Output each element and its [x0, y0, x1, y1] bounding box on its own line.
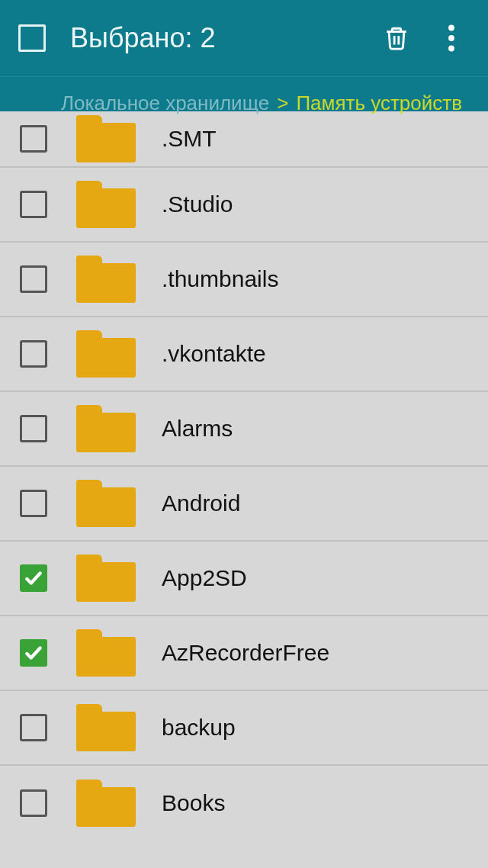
item-name: .SMT — [162, 126, 217, 152]
selection-count: Выбрано: 2 — [70, 22, 360, 54]
list-item[interactable]: Books — [0, 766, 488, 841]
delete-button[interactable] — [378, 20, 415, 56]
item-checkbox[interactable] — [20, 125, 47, 153]
item-name: .vkontakte — [162, 341, 266, 367]
item-checkbox[interactable] — [20, 191, 47, 218]
list-item[interactable]: AzRecorderFree — [0, 616, 488, 691]
item-name: AzRecorderFree — [162, 640, 329, 666]
svg-point-4 — [448, 46, 454, 52]
svg-point-2 — [448, 25, 454, 31]
item-checkbox[interactable] — [20, 490, 47, 517]
breadcrumb-root[interactable]: Локальное хранилище — [61, 92, 269, 115]
folder-list: .SMT.Studio.thumbnails.vkontakteAlarmsAn… — [0, 111, 488, 841]
folder-icon — [76, 405, 136, 452]
folder-icon — [76, 480, 136, 527]
item-name: Books — [162, 790, 225, 816]
folder-icon — [76, 555, 136, 602]
folder-icon — [76, 256, 136, 303]
folder-icon — [76, 780, 136, 827]
check-icon — [24, 643, 43, 663]
item-name: .Studio — [162, 191, 233, 217]
item-checkbox[interactable] — [20, 789, 47, 817]
more-vertical-icon — [448, 24, 455, 52]
select-all-checkbox[interactable] — [18, 24, 46, 52]
list-item[interactable]: .thumbnails — [0, 243, 488, 317]
item-checkbox[interactable] — [20, 415, 47, 442]
list-item[interactable]: .Studio — [0, 168, 488, 243]
folder-icon — [76, 330, 136, 378]
item-checkbox[interactable] — [20, 564, 47, 592]
item-name: Alarms — [162, 416, 233, 442]
trash-icon — [384, 24, 409, 53]
list-item[interactable]: Android — [0, 467, 488, 542]
folder-icon — [76, 704, 136, 751]
folder-icon — [76, 115, 136, 162]
breadcrumb-current[interactable]: Память устройств — [296, 92, 462, 115]
svg-point-3 — [448, 35, 454, 41]
item-name: Android — [162, 490, 240, 516]
breadcrumb-separator: > — [277, 92, 288, 115]
folder-icon — [76, 629, 136, 677]
folder-icon — [76, 181, 136, 228]
list-item[interactable]: backup — [0, 691, 488, 766]
item-checkbox[interactable] — [20, 340, 47, 368]
list-item[interactable]: Alarms — [0, 392, 488, 467]
more-menu-button[interactable] — [433, 20, 470, 56]
check-icon — [24, 568, 43, 588]
list-item[interactable]: App2SD — [0, 542, 488, 616]
item-checkbox[interactable] — [20, 639, 47, 667]
list-item[interactable]: .vkontakte — [0, 317, 488, 392]
item-name: App2SD — [162, 565, 247, 591]
item-name: backup — [162, 715, 236, 741]
selection-header: Выбрано: 2 — [0, 0, 488, 76]
item-checkbox[interactable] — [20, 265, 47, 293]
item-name: .thumbnails — [162, 266, 278, 292]
item-checkbox[interactable] — [20, 714, 47, 741]
list-item[interactable]: .SMT — [0, 111, 488, 168]
